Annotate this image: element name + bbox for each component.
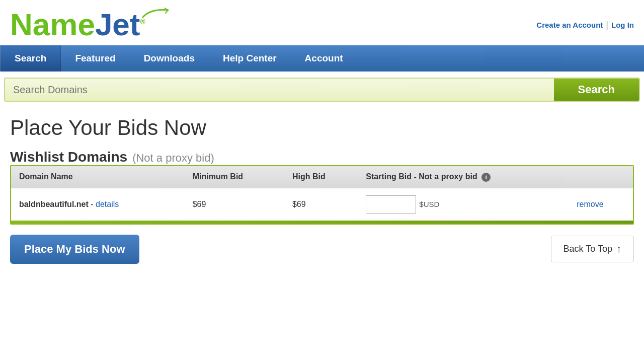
main-content: Place Your Bids Now Wishlist Domains(Not… — [0, 108, 644, 282]
logo-jet: Jet — [95, 7, 140, 42]
back-to-top-button[interactable]: Back To Top ↑ — [551, 236, 634, 262]
search-input[interactable] — [5, 79, 554, 101]
logo-swoosh — [140, 6, 171, 21]
bids-table-container: Domain Name Minimum Bid High Bid Startin… — [10, 165, 634, 225]
bid-input-container: $USD — [366, 195, 560, 214]
nav-item-featured[interactable]: Featured — [61, 45, 129, 72]
min-bid-cell: $69 — [185, 188, 284, 221]
bottom-bar: Place My Bids Now Back To Top ↑ — [10, 235, 634, 274]
high-bid-cell: $69 — [284, 188, 358, 221]
wishlist-subtext: (Not a proxy bid) — [132, 152, 214, 164]
header-divider: | — [606, 20, 608, 30]
domain-name: baldnbeautiful.net — [19, 200, 89, 208]
bids-table: Domain Name Minimum Bid High Bid Startin… — [11, 166, 633, 221]
main-nav: Search Featured Downloads Help Center Ac… — [0, 45, 644, 72]
create-account-link[interactable]: Create an Account — [536, 21, 603, 29]
col-actions — [569, 166, 633, 188]
usd-label: $USD — [419, 200, 439, 208]
table-header-row: Domain Name Minimum Bid High Bid Startin… — [11, 166, 633, 188]
search-bar: Search — [4, 78, 640, 102]
info-icon: i — [481, 173, 491, 182]
nav-item-account[interactable]: Account — [291, 45, 357, 72]
nav-item-help-center[interactable]: Help Center — [209, 45, 291, 72]
up-arrow-icon: ↑ — [616, 243, 621, 255]
wishlist-heading: Wishlist Domains — [10, 149, 127, 165]
col-domain-name: Domain Name — [11, 166, 185, 188]
remove-cell: remove — [569, 188, 633, 221]
log-in-link[interactable]: Log In — [611, 21, 634, 29]
domain-details-link[interactable]: details — [96, 200, 119, 208]
place-bids-button[interactable]: Place My Bids Now — [10, 235, 139, 264]
header-auth-links: Create an Account | Log In — [536, 20, 634, 30]
col-high-bid: High Bid — [284, 166, 358, 188]
back-to-top-label: Back To Top — [564, 244, 612, 254]
col-min-bid: Minimum Bid — [185, 166, 284, 188]
remove-link[interactable]: remove — [577, 200, 603, 208]
nav-item-downloads[interactable]: Downloads — [130, 45, 209, 72]
table-bottom-bar — [11, 221, 633, 224]
wishlist-heading-row: Wishlist Domains(Not a proxy bid) — [10, 149, 634, 165]
page-header: NameJet® Create an Account | Log In — [0, 0, 644, 45]
domain-cell: baldnbeautiful.net - details — [11, 188, 185, 221]
page-title: Place Your Bids Now — [10, 116, 634, 140]
col-starting-bid: Starting Bid - Not a proxy bid i — [358, 166, 569, 188]
starting-bid-cell: $USD — [358, 188, 569, 221]
search-button[interactable]: Search — [554, 79, 639, 101]
logo-name: Name — [10, 7, 95, 42]
bid-amount-input[interactable] — [366, 195, 416, 214]
table-row: baldnbeautiful.net - details $69 $69 $US… — [11, 188, 633, 221]
logo: NameJet® — [10, 9, 176, 40]
nav-item-search[interactable]: Search — [0, 45, 61, 72]
